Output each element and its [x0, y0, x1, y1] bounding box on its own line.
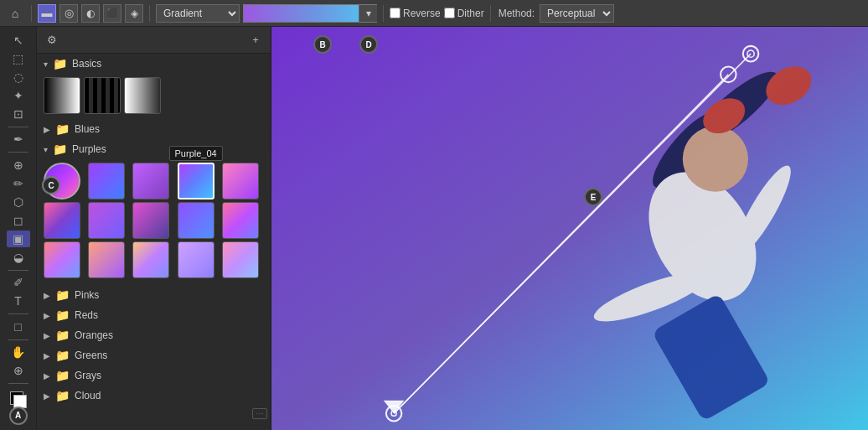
gradient-name-select[interactable]: Gradient: [156, 4, 240, 23]
gradient-panel: ⚙ + ▾ 📁 Basics ▶ 📁 Blues: [37, 27, 271, 430]
basics-swatch-bw[interactable]: [44, 77, 80, 114]
purple-swatch-13[interactable]: [132, 241, 169, 278]
canvas-svg: [271, 27, 868, 430]
category-pinks-row[interactable]: ▶ 📁 Pinks: [37, 285, 271, 305]
purple-swatch-11[interactable]: [44, 241, 80, 278]
blues-folder-icon: 📁: [55, 122, 70, 136]
greens-label: Greens: [75, 350, 107, 361]
badge-a-wrapper: A: [9, 407, 28, 425]
panel-settings-btn[interactable]: ⚙: [44, 32, 60, 49]
tool-dodge[interactable]: ◒: [7, 249, 30, 266]
gradient-angle-button[interactable]: ◐: [81, 4, 100, 23]
purple-swatch-12[interactable]: [88, 241, 125, 278]
pinks-folder-icon: 📁: [55, 288, 70, 302]
home-button[interactable]: ⌂: [5, 3, 25, 23]
grays-folder-icon: 📁: [55, 369, 70, 382]
tool-type[interactable]: T: [7, 293, 30, 309]
tool-marquee-rect[interactable]: ⬚: [7, 50, 30, 67]
foreground-background-colors[interactable]: [7, 388, 30, 405]
basics-label: Basics: [72, 58, 101, 70]
purple-swatch-9[interactable]: [178, 202, 214, 239]
canvas-area[interactable]: B D E: [271, 27, 868, 430]
method-select[interactable]: Perceptual Saturation Luminance: [540, 4, 614, 23]
basics-arrow-icon: ▾: [44, 60, 48, 69]
purple-swatch-1[interactable]: [44, 163, 80, 199]
oranges-folder-icon: 📁: [55, 329, 70, 342]
purple-swatch-7[interactable]: [88, 202, 125, 239]
tool-crop[interactable]: ⊡: [7, 106, 30, 122]
tool-gradient[interactable]: ▣: [7, 231, 30, 247]
purple-swatch-10[interactable]: [222, 202, 259, 239]
gradient-reflected-button[interactable]: ⬛: [103, 4, 121, 23]
tool-rectangle[interactable]: □: [7, 319, 30, 335]
grays-label: Grays: [75, 370, 101, 381]
purples-label: Purples: [72, 143, 106, 155]
tool-panel: ↖ ⬚ ◌ ✦ ⊡ ✒ ⊕ ✏ ⬡ ◻ ▣ ◒ ✐ T □ ✋ ⊕ A: [0, 27, 37, 430]
tool-lasso[interactable]: ◌: [7, 69, 30, 85]
greens-arrow-icon: ▶: [44, 351, 50, 360]
panel-add-btn[interactable]: +: [247, 32, 264, 49]
dither-label: Dither: [457, 8, 484, 19]
category-purples-row[interactable]: ▾ 📁 Purples: [37, 139, 271, 159]
category-greens-row[interactable]: ▶ 📁 Greens: [37, 345, 271, 365]
reverse-checkbox[interactable]: [390, 8, 400, 18]
gradient-radial-button[interactable]: ◎: [59, 4, 78, 23]
dither-checkbox[interactable]: [444, 8, 455, 18]
separator-4: [490, 5, 491, 22]
purple-swatch-8[interactable]: [132, 202, 169, 239]
tool-zoom[interactable]: ⊕: [7, 362, 30, 379]
purples-grid: Purple_04: [37, 159, 271, 285]
purples-arrow-icon: ▾: [44, 145, 48, 154]
purple-swatch-5[interactable]: [222, 163, 259, 199]
main-body: ↖ ⬚ ◌ ✦ ⊡ ✒ ⊕ ✏ ⬡ ◻ ▣ ◒ ✐ T □ ✋ ⊕ A: [0, 27, 868, 430]
category-cloud-row[interactable]: ▶ 📁 Cloud: [37, 386, 271, 406]
blues-label: Blues: [75, 123, 100, 135]
tool-pen[interactable]: ✐: [7, 274, 30, 291]
blues-arrow-icon: ▶: [44, 125, 50, 134]
reds-folder-icon: 📁: [55, 308, 70, 322]
tool-quick-select[interactable]: ✦: [7, 87, 30, 104]
main-toolbar: ⌂ ▬ ◎ ◐ ⬛ ◈ Gradient ▾ Reverse Dither Me…: [0, 0, 868, 27]
tool-eyedropper[interactable]: ✒: [7, 131, 30, 148]
gradient-diamond-button[interactable]: ◈: [125, 4, 143, 23]
cloud-label: Cloud: [75, 390, 101, 402]
label-a-text: A: [15, 411, 21, 420]
oranges-label: Oranges: [75, 329, 113, 341]
category-basics-row[interactable]: ▾ 📁 Basics: [37, 54, 271, 74]
tool-brush[interactable]: ✏: [7, 175, 30, 192]
gradient-dropdown-arrow[interactable]: ▾: [359, 5, 377, 22]
purple-swatch-2[interactable]: [88, 163, 125, 199]
dither-group: Dither: [444, 8, 484, 19]
category-blues-row[interactable]: ▶ 📁 Blues: [37, 119, 271, 139]
tool-move[interactable]: ↖: [7, 32, 30, 49]
panel-scroll: ▾ 📁 Basics ▶ 📁 Blues ▾ 📁 Purples: [37, 54, 271, 430]
oranges-arrow-icon: ▶: [44, 331, 50, 340]
gradient-linear-button[interactable]: ▬: [38, 4, 56, 23]
label-a-badge: A: [9, 407, 28, 425]
purple-swatch-15[interactable]: [222, 241, 259, 278]
tool-sep-1: [8, 127, 28, 127]
purple-swatch-4[interactable]: Purple_04: [178, 163, 214, 199]
category-oranges-row[interactable]: ▶ 📁 Oranges: [37, 325, 271, 345]
tool-eraser[interactable]: ◻: [7, 212, 30, 229]
category-reds-row[interactable]: ▶ 📁 Reds: [37, 305, 271, 325]
home-icon: ⌂: [12, 7, 18, 20]
purples-folder-icon: 📁: [53, 142, 67, 156]
scroll-indicator: ⋯: [37, 406, 271, 421]
separator-3: [383, 5, 384, 22]
tool-stamp[interactable]: ⬡: [7, 194, 30, 210]
basics-swatch-transparent[interactable]: [84, 77, 121, 114]
purple-swatch-3[interactable]: [132, 163, 169, 199]
category-grays-row[interactable]: ▶ 📁 Grays: [37, 365, 271, 386]
reds-label: Reds: [75, 309, 98, 321]
tool-sep-2: [8, 152, 28, 153]
gradient-preview-bar[interactable]: ▾: [243, 4, 377, 23]
tool-hand[interactable]: ✋: [7, 344, 30, 360]
purple-swatch-6[interactable]: [44, 202, 80, 239]
tool-spot-heal[interactable]: ⊕: [7, 157, 30, 174]
tool-sep-6: [8, 383, 28, 384]
basics-swatch-white-trans[interactable]: [124, 77, 161, 114]
greens-folder-icon: 📁: [55, 349, 70, 362]
pinks-arrow-icon: ▶: [44, 291, 50, 300]
purple-swatch-14[interactable]: [178, 241, 214, 278]
